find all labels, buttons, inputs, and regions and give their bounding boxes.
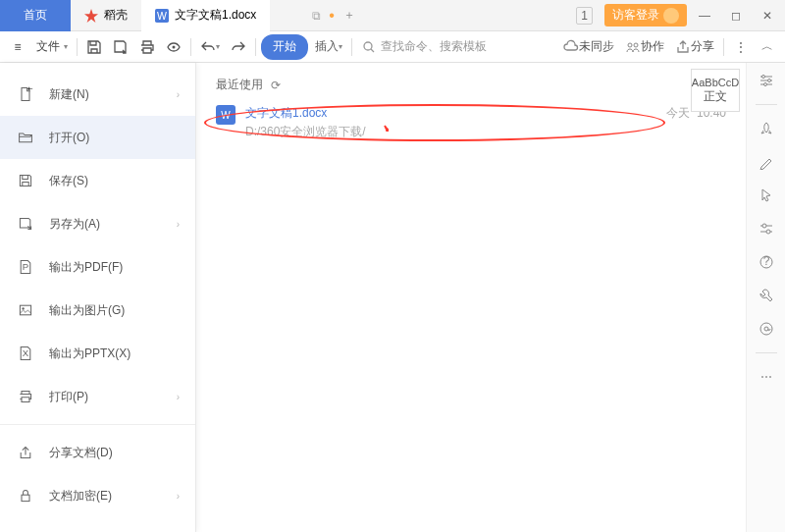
more-button[interactable]: ⋮ — [729, 34, 753, 60]
menu-save[interactable]: 保存(S) — [0, 159, 195, 202]
tab-daoke-label: 稻壳 — [104, 7, 128, 24]
svg-point-21 — [764, 327, 768, 331]
collab-button[interactable]: 协作 — [621, 34, 668, 60]
menu-print[interactable]: 打印(P) › — [0, 375, 195, 418]
style-preview-normal[interactable]: AaBbCcD 正文 — [691, 69, 740, 112]
open-icon — [16, 128, 35, 147]
save-icon[interactable] — [82, 34, 106, 60]
menu-open-label: 打开(O) — [49, 130, 89, 146]
minimize-button[interactable]: — — [691, 2, 718, 29]
recent-file-name: 文字文稿1.docx — [245, 105, 656, 122]
collab-label: 协作 — [641, 38, 664, 55]
share-label: 分享 — [691, 38, 714, 55]
svg-point-17 — [766, 230, 770, 234]
svg-text:P: P — [23, 261, 28, 272]
tool-icon[interactable] — [757, 286, 776, 305]
svg-point-16 — [762, 224, 766, 228]
svg-text:?: ? — [762, 254, 769, 268]
undo-button[interactable]: ▾ — [196, 34, 224, 60]
new-tab-button[interactable]: ＋ — [335, 7, 364, 24]
share-button[interactable]: 分享 — [671, 34, 718, 60]
recent-file-item[interactable]: W 文字文稿1.docx D:/360安全浏览器下载/ 今天 10:40 — [216, 105, 726, 140]
menu-separator — [0, 424, 195, 425]
menu-export-pdf[interactable]: P 输出为PDF(F) — [0, 245, 195, 289]
menu-export-image-label: 输出为图片(G) — [49, 302, 125, 319]
new-icon — [16, 84, 35, 104]
rocket-icon[interactable] — [757, 119, 776, 138]
command-search[interactable]: 查找命令、搜索模板 — [357, 34, 491, 60]
file-menu-panel: 新建(N) › 打开(O) 保存(S) 另存为(A) › P 输出为PDF(F)… — [0, 63, 196, 532]
svg-point-8 — [22, 307, 24, 309]
chevron-right-icon: › — [177, 392, 180, 402]
ribbon-tab-insert-label: 插入 — [315, 38, 339, 55]
menu-button[interactable]: ≡ — [6, 34, 29, 60]
menu-share-doc[interactable]: 分享文档(D) — [0, 431, 195, 474]
menu-export-pptx[interactable]: X 输出为PPTX(X) — [0, 332, 195, 375]
menu-export-pptx-label: 输出为PPTX(X) — [49, 346, 131, 362]
ribbon-tab-start[interactable]: 开始 — [261, 34, 308, 60]
maximize-button[interactable]: ◻ — [722, 2, 750, 29]
more-tools-icon[interactable]: ⋯ — [757, 367, 776, 387]
preview-icon[interactable] — [162, 34, 185, 60]
tab-home-label: 首页 — [24, 7, 47, 24]
daoke-icon — [84, 9, 98, 23]
window-count-indicator[interactable]: 1 — [576, 7, 593, 25]
tab-daoke[interactable]: 稻壳 — [71, 0, 141, 31]
ribbon-tab-start-label: 开始 — [273, 38, 296, 55]
pptx-icon: X — [16, 344, 35, 363]
svg-point-13 — [761, 76, 764, 79]
svg-point-2 — [173, 45, 176, 48]
tab-document-label: 文字文稿1.docx — [175, 7, 256, 24]
tab-home[interactable]: 首页 — [0, 0, 71, 31]
pen-icon[interactable] — [757, 152, 776, 172]
image-icon — [16, 300, 35, 320]
refresh-icon[interactable]: ⟳ — [271, 79, 281, 92]
tab-window-icon[interactable]: ⧉ — [309, 9, 323, 23]
svg-point-3 — [364, 42, 372, 50]
svg-point-15 — [763, 83, 766, 86]
right-sidebar: ? ⋯ — [746, 63, 785, 532]
collapse-ribbon-button[interactable]: ︿ — [756, 34, 779, 60]
recent-header: 最近使用 ⟳ — [216, 77, 726, 93]
titlebar: 首页 稻壳 W 文字文稿1.docx ⧉ • ＋ 1 访客登录 — ◻ ✕ — [0, 0, 785, 31]
saveas-icon — [16, 214, 35, 234]
guest-login-button[interactable]: 访客登录 — [604, 4, 687, 27]
svg-text:W: W — [157, 9, 167, 21]
adjust-icon[interactable] — [757, 71, 776, 90]
word-doc-icon: W — [155, 9, 169, 23]
recent-header-label: 最近使用 — [216, 77, 263, 93]
help-icon[interactable]: ? — [757, 252, 776, 272]
file-menu-label: 文件 — [36, 38, 60, 55]
guest-login-label: 访客登录 — [612, 7, 659, 24]
save-menu-icon — [16, 171, 35, 190]
close-button[interactable]: ✕ — [754, 2, 781, 29]
tab-document[interactable]: W 文字文稿1.docx — [141, 0, 270, 31]
menu-new[interactable]: 新建(N) › — [0, 73, 195, 116]
menu-open[interactable]: 打开(O) — [0, 116, 195, 159]
redo-button[interactable] — [227, 34, 250, 60]
print-icon[interactable] — [135, 34, 159, 60]
save-as-icon[interactable] — [109, 34, 132, 60]
menu-print-label: 打印(P) — [49, 389, 88, 405]
menu-export-image[interactable]: 输出为图片(G) — [0, 289, 195, 332]
at-icon[interactable] — [757, 319, 776, 339]
svg-rect-10 — [22, 495, 29, 501]
sync-status[interactable]: 未同步 — [559, 34, 618, 60]
menu-saveas[interactable]: 另存为(A) › — [0, 202, 195, 245]
window-count-value: 1 — [581, 9, 588, 23]
chevron-right-icon: › — [177, 219, 180, 230]
share-menu-icon — [16, 443, 35, 462]
ribbon-tab-insert[interactable]: 插入▾ — [311, 34, 346, 60]
menu-encrypt[interactable]: 文档加密(E) › — [0, 474, 195, 517]
menu-share-doc-label: 分享文档(D) — [49, 445, 113, 461]
file-menu-button[interactable]: 文件 ▾ — [32, 34, 72, 60]
lock-icon — [16, 486, 35, 505]
cursor-icon[interactable] — [757, 186, 776, 205]
toolbar: ≡ 文件 ▾ ▾ 开始 插入▾ 查找命令、搜索模板 未同步 协作 分享 ⋮ ︿ — [0, 31, 785, 63]
svg-point-4 — [628, 43, 632, 47]
style-sample-text: AaBbCcD — [692, 77, 739, 88]
pdf-icon: P — [16, 257, 35, 277]
menu-save-label: 保存(S) — [49, 173, 88, 189]
recent-files-panel: 最近使用 ⟳ W 文字文稿1.docx D:/360安全浏览器下载/ 今天 10… — [196, 63, 746, 532]
settings-slider-icon[interactable] — [757, 219, 776, 239]
